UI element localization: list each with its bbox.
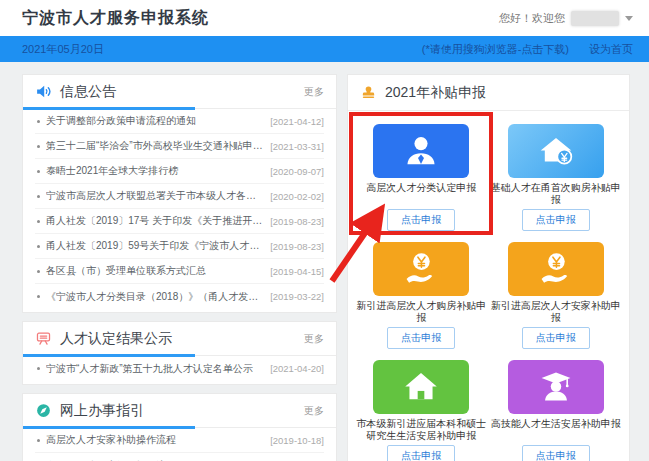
item-link: 宁波市高层次人才联盟总署关于市本级人才各类补贴办理的公... xyxy=(46,189,264,203)
results-list: 宁波市“人才新政”第五十九批人才认定名单公示[2021-04-20] xyxy=(23,356,336,384)
billboard-icon xyxy=(35,330,52,347)
apply-button[interactable]: 点击申报 xyxy=(387,327,455,349)
guide-list: 高层次人才安家补助操作流程[2019-10-18]高层次人才购房补贴操作流程[2… xyxy=(23,428,336,461)
apply-button[interactable]: 点击申报 xyxy=(522,209,590,231)
more-link[interactable]: 更多 xyxy=(304,332,324,346)
bullet-dot xyxy=(37,245,40,248)
section-underline xyxy=(23,354,195,357)
section-title: 2021年补贴申报 xyxy=(385,84,486,102)
list-item[interactable]: 各区县（市）受理单位联系方式汇总[2019-04-15] xyxy=(35,259,324,284)
bullet-dot xyxy=(37,367,40,370)
item-date: [2019-10-18] xyxy=(270,435,324,446)
chevron-down-icon[interactable] xyxy=(625,16,633,21)
list-item[interactable]: 宁波市高层次人才联盟总署关于市本级人才各类补贴办理的公...[2020-02-0… xyxy=(35,184,324,209)
item-date: [2019-03-22] xyxy=(270,291,324,302)
item-date: [2021-03-31] xyxy=(270,141,324,152)
bullet-dot xyxy=(37,220,40,223)
site-header: 宁波市人才服务申报系统 您好！欢迎您 xyxy=(0,0,649,36)
subsidy-tile-cell: 基础人才在甬首次购房补贴申报点击申报 xyxy=(491,119,621,231)
subsidy-tile-cell: 新引进高层次人才安家补助申报点击申报 xyxy=(491,237,621,349)
list-item[interactable]: 高层次人才安家补助操作流程[2019-10-18] xyxy=(35,428,324,453)
tile-label: 基础人才在甬首次购房补贴申报 xyxy=(491,182,621,206)
item-link: 宁波市“人才新政”第五十九批人才认定名单公示 xyxy=(46,362,264,376)
bullet-dot xyxy=(37,270,40,273)
tile-label: 新引进高层次人才购房补贴申报 xyxy=(356,300,486,324)
results-card: 人才认定结果公示 更多 宁波市“人才新政”第五十九批人才认定名单公示[2021-… xyxy=(22,321,337,385)
section-title: 信息公告 xyxy=(60,83,116,101)
item-link: 泰晤士2021年全球大学排行榜 xyxy=(46,164,264,178)
apply-button[interactable]: 点击申报 xyxy=(387,445,455,461)
speaker-icon xyxy=(35,83,52,100)
item-link: 各区县（市）受理单位联系方式汇总 xyxy=(46,264,264,278)
bullet-dot xyxy=(37,145,40,148)
list-item[interactable]: 《宁波市人才分类目录（2018）》（甬人才发〔2018〕5号）[2019-03-… xyxy=(35,284,324,309)
bullet-dot xyxy=(37,170,40,173)
item-link: 甬人社发〔2019〕17号 关于印发《关于推进开放揽才产业聚... xyxy=(46,214,264,228)
set-homepage-link[interactable]: 设为首页 xyxy=(589,42,633,57)
user-area: 您好！欢迎您 xyxy=(499,11,633,26)
browser-download-link[interactable]: (*请使用搜狗浏览器-点击下载) xyxy=(422,42,569,57)
list-item[interactable]: 甬人社发〔2019〕59号关于印发《宁波市人才分类认定操作...[2019-08… xyxy=(35,234,324,259)
current-date: 2021年05月20日 xyxy=(22,42,104,57)
username-redacted[interactable] xyxy=(571,11,619,26)
list-item[interactable]: 宁波市“人才新政”第五十九批人才认定名单公示[2021-04-20] xyxy=(35,356,324,381)
list-item[interactable]: 高层次人才购房补贴操作流程[2019-10-18] xyxy=(35,453,324,461)
section-underline xyxy=(23,107,195,110)
item-date: [2021-04-12] xyxy=(270,116,324,127)
house-yen-icon[interactable] xyxy=(508,124,604,178)
subsidy-tile-cell: 高技能人才生活安居补助申报点击申报 xyxy=(491,355,621,461)
subsidy-apply-card: 2021年补贴申报 高层次人才分类认定申报点击申报基础人才在甬首次购房补贴申报点… xyxy=(347,74,630,461)
stamp-icon xyxy=(360,84,377,101)
section-title: 网上办事指引 xyxy=(60,402,144,420)
list-item[interactable]: 关于调整部分政策申请流程的通知[2021-04-12] xyxy=(35,109,324,134)
bullet-dot xyxy=(37,439,40,442)
more-link[interactable]: 更多 xyxy=(304,85,324,99)
tile-label: 市本级新引进应届本科和硕士研究生生活安居补助申报 xyxy=(356,418,486,442)
subsidy-tile-cell: 新引进高层次人才购房补贴申报点击申报 xyxy=(356,237,486,349)
hand-yen-icon[interactable] xyxy=(508,242,604,296)
apply-button[interactable]: 点击申报 xyxy=(522,327,590,349)
bullet-dot xyxy=(37,120,40,123)
item-link: 甬人社发〔2019〕59号关于印发《宁波市人才分类认定操作... xyxy=(46,239,264,253)
tile-label: 高技能人才生活安居补助申报 xyxy=(491,418,621,442)
bullet-dot xyxy=(37,295,40,298)
item-date: [2019-08-23] xyxy=(270,241,324,252)
person-icon[interactable] xyxy=(373,124,469,178)
house-icon[interactable] xyxy=(373,360,469,414)
item-link: 高层次人才安家补助操作流程 xyxy=(46,433,264,447)
subsidy-tile-cell: 市本级新引进应届本科和硕士研究生生活安居补助申报点击申报 xyxy=(356,355,486,461)
top-bar: 2021年05月20日 (*请使用搜狗浏览器-点击下载) 设为首页 xyxy=(0,36,649,62)
item-link: 第三十二届“毕洽会”市外高校毕业生交通补贴申报细则 xyxy=(46,139,264,153)
page-title: 宁波市人才服务申报系统 xyxy=(22,8,209,29)
tile-label: 高层次人才分类认定申报 xyxy=(366,182,476,206)
subsidy-grid: 高层次人才分类认定申报点击申报基础人才在甬首次购房补贴申报点击申报新引进高层次人… xyxy=(348,111,629,461)
section-underline xyxy=(23,426,195,429)
item-link: 《宁波市人才分类目录（2018）》（甬人才发〔2018〕5号） xyxy=(46,290,264,304)
hand-yen-icon[interactable] xyxy=(373,242,469,296)
bullet-dot xyxy=(37,195,40,198)
announcements-card: 信息公告 更多 关于调整部分政策申请流程的通知[2021-04-12]第三十二届… xyxy=(22,74,337,313)
list-item[interactable]: 甬人社发〔2019〕17号 关于印发《关于推进开放揽才产业聚...[2019-0… xyxy=(35,209,324,234)
announcements-list: 关于调整部分政策申请流程的通知[2021-04-12]第三十二届“毕洽会”市外高… xyxy=(23,109,336,312)
item-link: 关于调整部分政策申请流程的通知 xyxy=(46,114,264,128)
section-title: 人才认定结果公示 xyxy=(60,330,172,348)
subsidy-tile-cell: 高层次人才分类认定申报点击申报 xyxy=(356,119,486,231)
item-date: [2020-09-07] xyxy=(270,166,324,177)
more-link[interactable]: 更多 xyxy=(304,404,324,418)
list-item[interactable]: 泰晤士2021年全球大学排行榜[2020-09-07] xyxy=(35,159,324,184)
tile-label: 新引进高层次人才安家补助申报 xyxy=(491,300,621,324)
list-item[interactable]: 第三十二届“毕洽会”市外高校毕业生交通补贴申报细则[2021-03-31] xyxy=(35,134,324,159)
apply-button[interactable]: 点击申报 xyxy=(522,445,590,461)
greeting-text: 您好！欢迎您 xyxy=(499,11,565,26)
item-date: [2019-08-23] xyxy=(270,216,324,227)
guide-card: 网上办事指引 更多 高层次人才安家补助操作流程[2019-10-18]高层次人才… xyxy=(22,393,337,461)
item-date: [2021-04-20] xyxy=(270,363,324,374)
item-date: [2019-04-15] xyxy=(270,266,324,277)
item-date: [2020-02-02] xyxy=(270,191,324,202)
compass-icon xyxy=(35,402,52,419)
graduate-icon[interactable] xyxy=(508,360,604,414)
apply-button[interactable]: 点击申报 xyxy=(387,209,455,231)
